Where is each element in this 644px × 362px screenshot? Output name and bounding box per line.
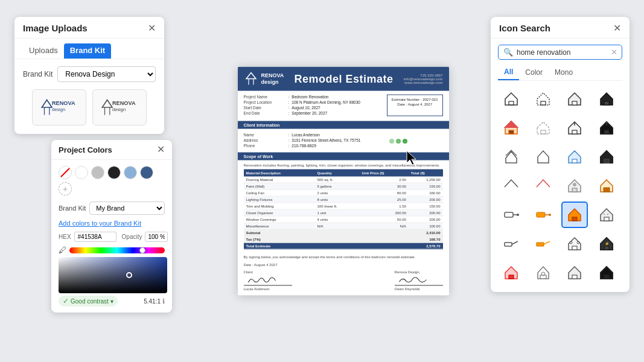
icon-cell[interactable] bbox=[561, 86, 588, 112]
tab-mono[interactable]: Mono bbox=[549, 66, 579, 80]
doc-client-name-row: Name : Lucas Anderson bbox=[244, 133, 443, 137]
image-uploads-tabs: Uploads Brand Kit bbox=[14, 39, 164, 59]
color-slider-row: 🖊 bbox=[59, 246, 165, 255]
icon-cell[interactable] bbox=[561, 230, 588, 257]
icon-cell[interactable] bbox=[561, 144, 588, 170]
info-icon[interactable]: ℹ bbox=[162, 297, 165, 305]
doc-field-location: Project Location : 108 N Platinum Ave De… bbox=[244, 100, 381, 104]
swatch-transparent[interactable] bbox=[59, 166, 72, 179]
swatch-gray[interactable] bbox=[91, 166, 104, 179]
doc-field-start: Start Date : August 10, 2027 bbox=[244, 106, 381, 110]
icon-cell[interactable]: ⚡ bbox=[593, 230, 620, 257]
doc-scope-text: Renovation includes flooring, painting, … bbox=[238, 162, 449, 170]
icon-cell[interactable] bbox=[498, 144, 524, 170]
brand-kit-select[interactable]: Renova Design bbox=[57, 66, 156, 82]
svg-rect-47 bbox=[509, 275, 514, 279]
document-canvas: RENOVA design Remodel Estimate 725-320-2… bbox=[238, 67, 449, 296]
icon-cell[interactable] bbox=[593, 259, 620, 286]
icon-cell[interactable] bbox=[593, 115, 620, 141]
color-picker-box[interactable] bbox=[59, 257, 167, 293]
doc-table: Material Description Quantity Unit Price… bbox=[244, 170, 443, 250]
icon-cell[interactable] bbox=[530, 259, 556, 286]
icon-cell[interactable] bbox=[530, 144, 556, 170]
opacity-label: Opacity bbox=[122, 233, 142, 240]
contrast-value: 5.41:1 bbox=[144, 298, 161, 305]
image-uploads-close-button[interactable]: ✕ bbox=[148, 24, 156, 33]
svg-rect-28 bbox=[505, 212, 513, 217]
add-swatch-button[interactable]: + bbox=[59, 182, 72, 195]
table-row: Ceiling Fan2 units80.00160.00 bbox=[244, 189, 443, 196]
icon-cell[interactable] bbox=[498, 230, 524, 257]
table-total-row: Total Estimate2,578.70 bbox=[244, 243, 443, 249]
swatch-white[interactable] bbox=[75, 166, 88, 179]
icon-cell[interactable] bbox=[593, 144, 620, 170]
svg-rect-27 bbox=[604, 188, 610, 192]
icon-cell[interactable] bbox=[593, 86, 620, 112]
doc-header-bar: RENOVA design Remodel Estimate 725-320-2… bbox=[238, 67, 449, 91]
icon-cell[interactable] bbox=[561, 259, 588, 286]
add-colors-link[interactable]: Add colors to your Brand Kit bbox=[59, 220, 165, 227]
svg-text:RENOVA: RENOVA bbox=[112, 100, 136, 106]
svg-marker-10 bbox=[246, 73, 256, 79]
icon-cell[interactable] bbox=[498, 173, 524, 199]
dot-2 bbox=[396, 139, 401, 144]
hex-input[interactable] bbox=[74, 232, 116, 242]
project-colors-header: Project Colors ✕ bbox=[51, 140, 172, 160]
client-sig-name: Lucas Anderson bbox=[244, 287, 292, 291]
doc-estimate-box: Estimate Number : 2027-021 Date : August… bbox=[387, 95, 443, 116]
icon-cell[interactable] bbox=[561, 115, 588, 141]
icon-cell[interactable] bbox=[498, 86, 524, 112]
doc-logo-icon bbox=[244, 72, 258, 86]
tab-color[interactable]: Color bbox=[519, 66, 549, 80]
icon-cell[interactable] bbox=[530, 230, 556, 257]
doc-estimate-number: Estimate Number : 2027-021 bbox=[392, 98, 438, 101]
icons-grid: ⚡ bbox=[498, 86, 622, 286]
doc-estimate-date: Date : August 4, 2027 bbox=[392, 103, 438, 106]
doc-client-section-header: Client Information bbox=[238, 121, 449, 129]
icon-search-clear-button[interactable]: ✕ bbox=[611, 48, 617, 57]
icon-search-input[interactable] bbox=[517, 48, 607, 57]
icon-cell[interactable] bbox=[530, 173, 556, 199]
brand-kit-row: Brand Kit Renova Design bbox=[23, 66, 156, 82]
icon-cell[interactable] bbox=[530, 115, 556, 141]
swatch-light-blue[interactable] bbox=[124, 166, 137, 179]
brand-kit-select-2[interactable]: My Brand bbox=[89, 202, 165, 215]
icon-cell[interactable] bbox=[561, 202, 588, 228]
pipette-icon[interactable]: 🖊 bbox=[59, 246, 66, 255]
icon-cell[interactable] bbox=[561, 173, 588, 199]
icon-cell[interactable] bbox=[593, 202, 620, 228]
project-colors-close-button[interactable]: ✕ bbox=[157, 145, 165, 154]
swatch-dark-blue[interactable] bbox=[140, 166, 153, 179]
icon-cell[interactable] bbox=[530, 86, 556, 112]
tab-uploads[interactable]: Uploads bbox=[23, 43, 64, 59]
table-row: Closet Organizer1 unit200.00200.00 bbox=[244, 209, 443, 216]
hex-label: HEX bbox=[59, 233, 71, 240]
doc-field-end: End Date : September 20, 2027 bbox=[244, 111, 381, 115]
icon-cell[interactable] bbox=[498, 202, 524, 228]
icon-cell[interactable] bbox=[593, 173, 620, 199]
logo-item-2[interactable]: RENOVA design bbox=[92, 89, 147, 125]
svg-point-30 bbox=[517, 214, 519, 216]
doc-client-address-row: Address : 3191 Florence Street Athens, T… bbox=[244, 138, 443, 142]
opacity-input[interactable] bbox=[145, 232, 168, 242]
doc-client-section: Name : Lucas Anderson Address : 3191 Flo… bbox=[238, 130, 449, 151]
contrast-dropdown-icon[interactable]: ▾ bbox=[110, 298, 113, 305]
logos-grid: RENOVA design RENOVA design bbox=[23, 89, 156, 125]
icon-search-title: Icon Search bbox=[499, 23, 550, 33]
svg-marker-5 bbox=[102, 100, 112, 108]
rainbow-slider[interactable] bbox=[69, 247, 165, 253]
tab-brand-kit[interactable]: Brand Kit bbox=[64, 43, 112, 59]
icon-cell[interactable] bbox=[498, 115, 524, 141]
svg-marker-0 bbox=[42, 100, 52, 108]
swatch-black[interactable] bbox=[107, 166, 121, 179]
icon-search-close-button[interactable]: ✕ bbox=[613, 24, 621, 33]
svg-rect-40 bbox=[537, 243, 544, 246]
project-colors-panel: Project Colors ✕ + Brand Kit My Brand Ad… bbox=[51, 140, 172, 313]
logo-item-1[interactable]: RENOVA design bbox=[32, 89, 86, 125]
doc-footer-text: By signing below, you acknowledge and ac… bbox=[238, 252, 449, 262]
icon-cell[interactable] bbox=[498, 259, 524, 286]
icon-cell[interactable] bbox=[530, 202, 556, 228]
tab-all[interactable]: All bbox=[498, 66, 519, 80]
doc-scope-section-header: Scope of Work bbox=[238, 153, 449, 160]
brand-kit-row-2: Brand Kit My Brand bbox=[59, 202, 165, 215]
